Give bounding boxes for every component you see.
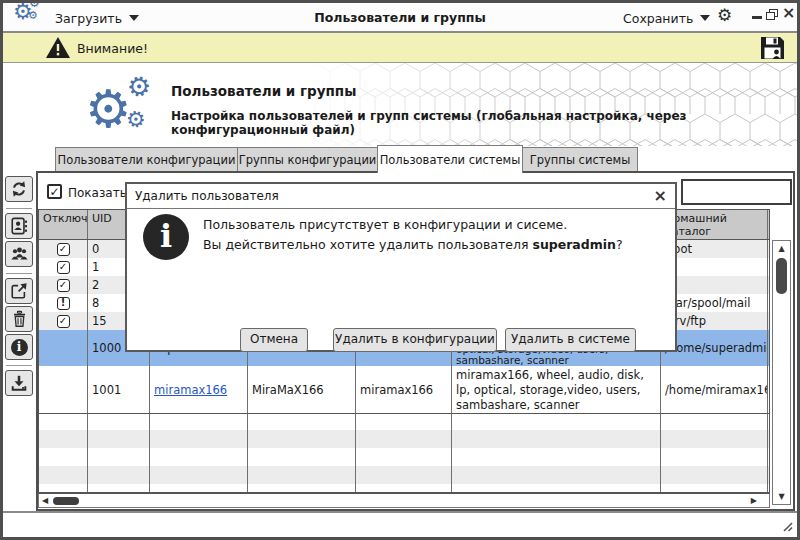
users-group-icon xyxy=(10,245,29,263)
download-button[interactable] xyxy=(5,370,33,396)
vertical-scrollbar[interactable]: ▲ ▼ xyxy=(772,240,791,505)
empty-cell xyxy=(88,484,150,493)
save-menu-button[interactable]: Сохранить xyxy=(623,9,710,27)
empty-cell xyxy=(452,448,661,466)
load-menu-label: Загрузить xyxy=(55,11,122,26)
dialog-username: superadmin xyxy=(532,237,616,252)
checked-checkbox-icon[interactable]: ✓ xyxy=(57,261,70,274)
empty-cell xyxy=(39,466,88,484)
user-login-link[interactable]: miramax166 xyxy=(154,383,227,397)
empty-cell xyxy=(88,414,150,430)
delete-button[interactable] xyxy=(5,306,33,332)
warning-triangle-icon xyxy=(45,36,71,60)
empty-cell xyxy=(452,414,661,430)
scroll-down-arrow-icon[interactable]: ▼ xyxy=(773,490,790,503)
empty-cell xyxy=(150,448,248,466)
download-icon xyxy=(10,374,28,392)
home-cell: /home/miramax166 xyxy=(661,366,768,413)
export-icon xyxy=(10,282,28,300)
empty-cell xyxy=(661,430,768,448)
empty-table-row xyxy=(39,430,769,448)
empty-cell xyxy=(452,430,661,448)
info-button[interactable]: i xyxy=(5,334,33,360)
delete-in-config-button[interactable]: Удалить в конфигурации xyxy=(333,328,497,352)
app-gears-logo-icon: ⚙⚙⚙ xyxy=(13,0,47,29)
empty-cell xyxy=(88,430,150,448)
empty-cell xyxy=(452,466,661,484)
empty-cell xyxy=(248,414,356,430)
disabled-cell[interactable]: ✓ xyxy=(39,312,88,330)
cancel-button[interactable]: Отмена xyxy=(240,328,308,352)
disabled-cell[interactable]: ✓ xyxy=(39,258,88,276)
dialog-close-icon[interactable]: × xyxy=(654,186,667,205)
disabled-cell[interactable]: ✓ xyxy=(39,240,88,258)
disabled-cell[interactable] xyxy=(39,330,88,366)
info-icon: i xyxy=(143,214,189,260)
app-window: ⚙⚙⚙ Загрузить Пользователи и группы Сохр… xyxy=(0,0,800,540)
settings-gear-icon[interactable]: ⚙ xyxy=(717,5,732,25)
export-button[interactable] xyxy=(5,278,33,304)
column-header[interactable]: Домашний каталог xyxy=(661,210,768,239)
tab-users-system[interactable]: Пользователи системы xyxy=(377,145,523,173)
users-group-button[interactable] xyxy=(5,241,33,267)
tab-groups-system[interactable]: Группы системы xyxy=(522,147,638,171)
checked-checkbox-icon[interactable]: ✓ xyxy=(57,243,70,256)
home-cell xyxy=(661,276,768,294)
home-cell: /root xyxy=(661,240,768,258)
empty-cell xyxy=(356,484,452,493)
sidebar-separator xyxy=(6,208,32,209)
empty-table-row xyxy=(39,448,769,466)
tab-users-config[interactable]: Пользователи конфигурации xyxy=(55,147,238,171)
empty-cell xyxy=(150,430,248,448)
empty-cell xyxy=(150,484,248,493)
empty-cell xyxy=(248,448,356,466)
delete-user-dialog: Удалить пользователя × i Пользователь пр… xyxy=(125,182,677,352)
empty-cell xyxy=(356,448,452,466)
horizontal-scrollbar[interactable]: ◀ ▶ xyxy=(38,493,770,508)
delete-in-system-button[interactable]: Удалить в системе xyxy=(505,328,636,352)
warning-checkbox-icon[interactable]: ! xyxy=(57,297,70,310)
scroll-left-arrow-icon[interactable]: ◀ xyxy=(42,496,48,506)
save-users-floppy-icon[interactable] xyxy=(759,35,786,61)
name-cell: MiraMaX166 xyxy=(248,366,356,413)
sidebar-separator xyxy=(6,273,32,274)
login-cell: miramax166 xyxy=(150,366,248,413)
empty-cell xyxy=(39,430,88,448)
empty-cell xyxy=(88,466,150,484)
chevron-down-icon xyxy=(129,15,139,21)
horizontal-scrollbar-thumb[interactable] xyxy=(53,497,79,505)
empty-cell xyxy=(356,430,452,448)
disabled-cell[interactable]: ✓ xyxy=(39,276,88,294)
refresh-button[interactable] xyxy=(5,176,33,202)
empty-cell xyxy=(452,484,661,493)
scroll-right-arrow-icon[interactable]: ▶ xyxy=(751,496,757,506)
empty-cell xyxy=(150,414,248,430)
resize-grip[interactable] xyxy=(779,518,793,532)
home-cell: /var/spool/mail xyxy=(661,294,768,312)
disabled-cell[interactable] xyxy=(39,366,88,413)
user-card-button[interactable] xyxy=(5,213,33,239)
empty-cell xyxy=(356,466,452,484)
empty-table-row xyxy=(39,484,769,493)
tab-groups-config[interactable]: Группы конфигурации xyxy=(237,147,378,171)
groups-cell: miramax166, wheel, audio, disk, lp, opti… xyxy=(452,366,661,413)
disabled-cell[interactable]: ! xyxy=(39,294,88,312)
vertical-scrollbar-thumb[interactable] xyxy=(776,258,787,294)
close-window-button[interactable]: × xyxy=(782,5,795,21)
checked-checkbox-icon[interactable]: ✓ xyxy=(57,315,70,328)
minimize-button[interactable] xyxy=(752,16,762,19)
home-cell xyxy=(661,258,768,276)
show-system-users-checkbox[interactable]: ✓ xyxy=(47,184,62,199)
table-row[interactable]: 1001miramax166MiraMaX166miramax166mirama… xyxy=(39,366,769,414)
save-menu-label: Сохранить xyxy=(623,11,693,26)
checked-checkbox-icon[interactable]: ✓ xyxy=(57,279,70,292)
dialog-titlebar: Удалить пользователя × xyxy=(127,184,675,209)
empty-cell xyxy=(150,466,248,484)
dialog-message-line2: Вы действительно хотите удалить пользова… xyxy=(203,237,623,252)
empty-cell xyxy=(39,414,88,430)
load-menu-button[interactable]: Загрузить xyxy=(55,9,139,27)
maximize-button[interactable] xyxy=(766,9,778,20)
scroll-up-arrow-icon[interactable]: ▲ xyxy=(773,242,790,255)
column-header[interactable]: Отключ xyxy=(39,210,88,239)
search-input[interactable] xyxy=(681,179,792,205)
